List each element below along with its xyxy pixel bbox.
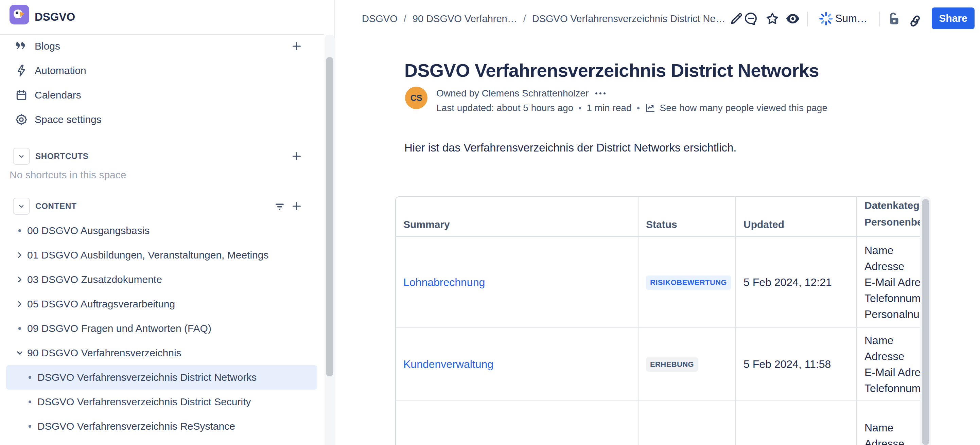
sidebar-page-item[interactable]: 00 DSGVO Ausgangsbasis [6, 218, 317, 243]
page-tree-label: 01 DSGVO Ausbildungen, Veranstaltungen, … [27, 250, 269, 261]
data-category-line: E-Mail Adresse [864, 364, 920, 380]
read-time-text: 1 min read [587, 103, 632, 113]
share-button[interactable]: Share [932, 8, 975, 29]
confluence-app: DSGVO Blogs Automation [0, 0, 980, 445]
tree-marker[interactable] [12, 348, 27, 358]
toolbar-divider [880, 11, 880, 27]
last-updated-link[interactable]: Last updated: about 5 hours ago [436, 103, 573, 113]
page-tree-label: DSGVO Verfahrensverzeichnis ReSystance [37, 421, 235, 432]
byline-owner: Owned by Clemens Schrattenholzer [436, 87, 606, 99]
sidebar-item-label: Blogs [35, 40, 60, 52]
sidebar-item-blogs[interactable]: Blogs [0, 34, 324, 59]
breadcrumb-item[interactable]: 90 DSGVO Verfahren… [412, 13, 517, 24]
summary-link[interactable]: Lohnabrechnung [403, 276, 485, 288]
content-section-header: CONTENT [0, 194, 324, 218]
page-tree-label: 03 DSGVO Zusatzdokumente [27, 274, 162, 285]
pencil-icon [729, 11, 744, 26]
sidebar-scrollbar-track[interactable] [325, 35, 335, 445]
collapse-content-button[interactable] [13, 198, 30, 215]
sidebar-item-calendars[interactable]: Calendars [0, 83, 324, 107]
page-tree-label: 90 DSGVO Verfahrensverzeichnis [27, 347, 181, 359]
breadcrumb-item[interactable]: DSGVO Verfahrensverzeichnis District Ne… [532, 13, 725, 24]
sidebar-item-automation[interactable]: Automation [0, 59, 324, 83]
filter-icon [274, 200, 286, 212]
chevron-down-icon [18, 152, 25, 161]
ai-sparkle-icon [818, 11, 834, 27]
tree-marker [12, 327, 27, 330]
status-badge: RISIKOBEWERTUNG [646, 275, 731, 290]
table-scrollbar-track[interactable] [920, 196, 931, 445]
data-category-line: Name [864, 332, 920, 348]
breadcrumb-item[interactable]: DSGVO [362, 13, 398, 24]
data-category-line: Adresse [864, 348, 920, 364]
table-row: LohnabrechnungRISIKOBEWERTUNG5 Feb 2024,… [396, 237, 920, 328]
column-header-datenkategorien: Datenkategorien Personenbezogene Daten [857, 197, 920, 237]
views-link[interactable]: See how many people viewed this page [660, 103, 827, 113]
summary-link[interactable]: Kundenverwaltung [403, 358, 493, 370]
page-title: DSGVO Verfahrensverzeichnis District Net… [404, 60, 819, 81]
content-section-label: CONTENT [35, 202, 77, 211]
add-shortcut-button[interactable] [289, 149, 304, 164]
sidebar-item-space-settings[interactable]: Space settings [0, 107, 324, 132]
updated-cell: 5 Feb 2024, 11:58 [736, 328, 857, 401]
tree-marker[interactable] [12, 300, 27, 308]
filter-content-button[interactable] [272, 199, 287, 214]
updated-cell: 5 Feb 2024, 11:49 [736, 401, 857, 445]
space-sidebar: DSGVO Blogs Automation [0, 0, 335, 445]
data-category-line: Personalnummer [864, 307, 920, 323]
ai-summarize-label[interactable]: Sum… [835, 0, 867, 37]
data-category-line: Adresse [864, 259, 920, 275]
copy-link-button[interactable] [907, 10, 924, 27]
sidebar-item-label: Calendars [35, 89, 81, 101]
data-category-line: Telefonnummer [864, 291, 920, 307]
sidebar-page-item[interactable]: 01 DSGVO Ausbildungen, Veranstaltungen, … [6, 243, 317, 267]
restrictions-button[interactable] [885, 10, 902, 27]
shortcuts-empty-text: No shortcuts in this space [10, 169, 315, 181]
space-logo[interactable] [10, 5, 29, 24]
sidebar-page-item[interactable]: 05 DSGVO Auftragsverarbeitung [6, 292, 317, 316]
column-header-summary: Summary [396, 197, 638, 237]
bullet-icon [18, 229, 21, 232]
page-tree-label: 00 DSGVO Ausgangsbasis [27, 225, 150, 237]
data-category-line: Name [864, 420, 920, 436]
chevron-right-icon [15, 275, 24, 284]
more-actions-icon[interactable] [595, 92, 606, 94]
sidebar-page-item[interactable]: 90 DSGVO Verfahrensverzeichnis [6, 341, 317, 365]
collapse-shortcuts-button[interactable] [13, 148, 30, 165]
bullet-icon [18, 327, 21, 330]
avatar[interactable]: CS [405, 87, 428, 109]
space-title[interactable]: DSGVO [35, 0, 75, 34]
watch-page-button[interactable] [784, 10, 801, 27]
dot-separator [579, 107, 581, 110]
byline-meta: Last updated: about 5 hours ago 1 min re… [436, 102, 827, 114]
add-content-button[interactable] [289, 199, 304, 214]
favorite-star-button[interactable] [764, 10, 781, 27]
inline-comment-button[interactable] [743, 10, 759, 27]
gear-icon [14, 113, 29, 127]
chevron-down-icon [15, 348, 24, 358]
sidebar-page-item[interactable]: 03 DSGVO Zusatzdokumente [6, 267, 317, 292]
chevron-right-icon [15, 251, 24, 259]
breadcrumb-separator: / [517, 13, 532, 24]
sidebar-scrollbar-thumb[interactable] [326, 57, 333, 377]
calendar-icon [14, 88, 29, 102]
sidebar-item-label: Space settings [35, 114, 102, 126]
lightning-icon [14, 64, 29, 78]
sidebar-page-item[interactable]: DSGVO Verfahrensverzeichnis District Sec… [6, 389, 317, 414]
comment-icon [743, 11, 759, 26]
sidebar-page-item[interactable]: 09 DSGVO Fragen und Antworten (FAQ) [6, 316, 317, 341]
tree-marker [12, 229, 27, 232]
ai-summarize-button[interactable] [818, 10, 835, 27]
sidebar-page-item[interactable]: DSGVO Verfahrensverzeichnis ReSystance [6, 414, 317, 439]
bullet-icon [29, 400, 31, 403]
tree-marker [22, 376, 37, 379]
tree-marker[interactable] [12, 275, 27, 284]
breadcrumb-separator: / [398, 13, 412, 24]
add-blog-button[interactable] [289, 39, 304, 54]
owned-by-text[interactable]: Owned by Clemens Schrattenholzer [436, 88, 589, 99]
analytics-icon [645, 103, 656, 113]
table-row: KundenverwaltungERHEBUNG5 Feb 2024, 11:5… [396, 328, 920, 401]
table-scrollbar-thumb[interactable] [922, 199, 929, 445]
tree-marker[interactable] [12, 251, 27, 259]
sidebar-page-item[interactable]: DSGVO Verfahrensverzeichnis District Net… [6, 365, 317, 389]
